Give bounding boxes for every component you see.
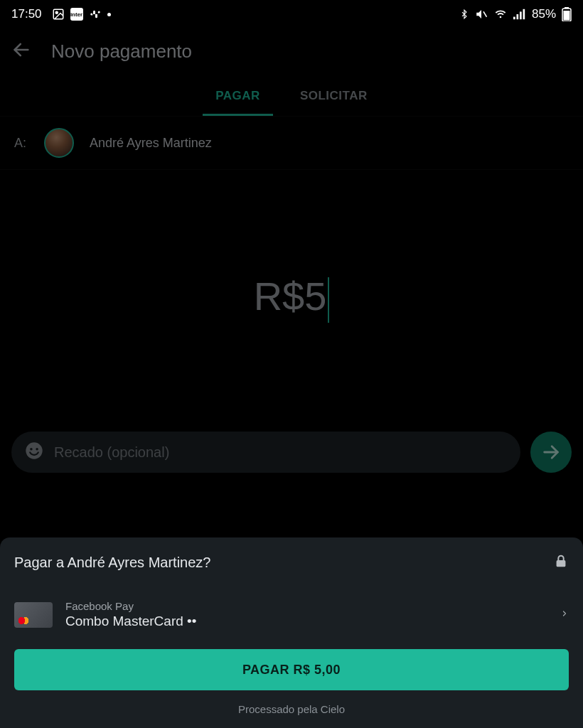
svg-rect-15 [557, 560, 566, 567]
signal-icon [513, 9, 526, 20]
svg-rect-6 [523, 9, 525, 19]
status-time: 17:50 [11, 7, 42, 21]
lock-icon [553, 552, 569, 573]
processed-by: Processado pela Cielo [14, 703, 569, 715]
svg-rect-9 [564, 11, 570, 21]
sheet-title: Pagar a André Ayres Martinez? [14, 555, 210, 571]
image-icon [52, 8, 65, 21]
status-bar: 17:50 inter 85% [0, 0, 583, 28]
app-icon: inter [70, 8, 83, 21]
card-thumbnail-icon [14, 602, 53, 628]
svg-line-2 [483, 11, 487, 17]
battery-icon [562, 7, 572, 21]
mute-icon [475, 8, 488, 21]
wifi-icon [493, 9, 508, 20]
svg-rect-4 [516, 14, 518, 19]
svg-rect-5 [520, 11, 522, 19]
confirm-sheet: Pagar a André Ayres Martinez? Facebook P… [0, 537, 583, 728]
battery-percent: 85% [532, 7, 556, 21]
pay-button[interactable]: PAGAR R$ 5,00 [14, 649, 569, 690]
bluetooth-icon [459, 8, 469, 21]
payment-method-row[interactable]: Facebook Pay Combo MasterCard •• [14, 593, 569, 649]
chevron-right-icon [560, 606, 569, 623]
more-dot-icon [107, 13, 111, 16]
svg-point-1 [55, 11, 58, 14]
svg-rect-3 [513, 17, 515, 20]
payment-card: Combo MasterCard •• [65, 614, 547, 629]
payment-provider: Facebook Pay [65, 600, 547, 612]
slack-icon [89, 8, 102, 21]
